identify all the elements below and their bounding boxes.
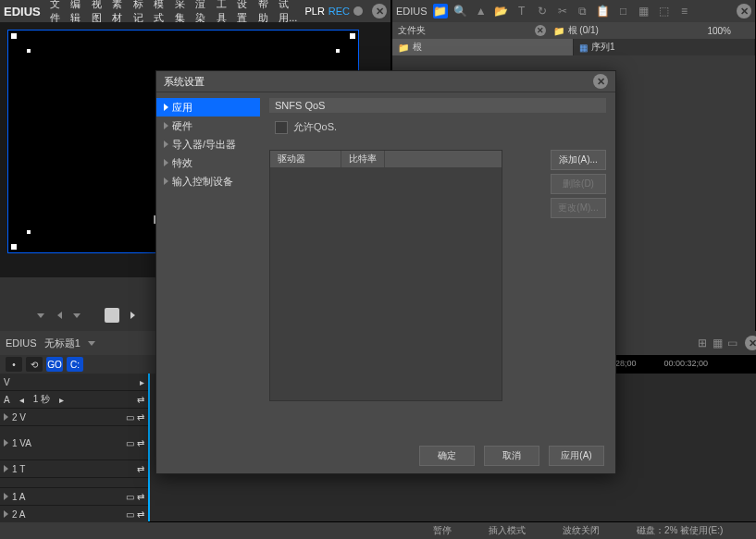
close-icon[interactable]: ✕ (745, 336, 756, 350)
change-button[interactable]: 更改(M)... (551, 198, 606, 218)
dialog-title: 系统设置 (164, 75, 204, 89)
apply-button[interactable]: 应用(A) (549, 446, 604, 466)
sidebar-item-app[interactable]: 应用 (156, 98, 260, 116)
dialog-titlebar[interactable]: 系统设置 ✕ (156, 71, 615, 92)
folder-label: 文件夹 (398, 24, 426, 37)
track-2v[interactable]: 2 V▭ ⇄ (0, 409, 148, 426)
col-drive[interactable]: 驱动器 (270, 151, 341, 167)
mode-icon[interactable]: ⟲ (26, 357, 43, 372)
sequence-title: 无标题1 (44, 337, 81, 350)
menu-file[interactable]: 文件 (50, 0, 68, 25)
dropdown-icon[interactable] (37, 313, 44, 318)
rec-label: REC (328, 6, 350, 17)
qos-list[interactable]: 驱动器 比特率 (269, 150, 502, 401)
paste-icon[interactable]: 📋 (596, 4, 611, 18)
menu-edit[interactable]: 编辑 (70, 0, 88, 25)
folder-header-row: 文件夹 ✕ 📁 根 (0/1) 100% (392, 22, 755, 39)
status-insert-mode: 插入模式 (489, 524, 526, 537)
track-1a[interactable]: 1 A▭ ⇄ (0, 488, 148, 506)
play-icon[interactable] (130, 312, 135, 319)
dropdown-icon[interactable] (73, 313, 81, 318)
track-1va[interactable]: 1 VA▭ ⇄ (0, 426, 148, 460)
bin-toolbar: EDIUS 📁 🔍 ▲ 📂 T ↻ ✂ ⧉ 📋 □ ▦ ⬚ ≡ ✕ (392, 0, 755, 22)
menu-tools[interactable]: 工具 (217, 0, 234, 25)
app-brand: EDIUS (396, 6, 428, 17)
ok-button[interactable]: 确定 (419, 446, 475, 466)
app-brand: EDIUS (4, 5, 41, 18)
status-disk: 磁盘：2% 被使用(E:) (637, 524, 723, 537)
tree-root[interactable]: 📁根 (392, 39, 574, 55)
rec-indicator-icon (353, 6, 363, 16)
tool-icon[interactable]: □ (616, 4, 631, 18)
menu-mode[interactable]: 模式 (154, 0, 171, 25)
cut-icon[interactable]: ✂ (555, 4, 570, 18)
menu-settings[interactable]: 设置 (237, 0, 254, 25)
zoom-value: 100% (707, 26, 731, 36)
close-icon[interactable]: ✕ (535, 25, 546, 36)
cancel-button[interactable]: 取消 (484, 446, 539, 466)
safe-marker-icon (336, 49, 340, 53)
dialog-main: SNFS QoS 允许QoS. 驱动器 比特率 添加(A)... 删除(D) 更… (260, 92, 615, 442)
ruler-tick: 00:00:32;00 (664, 359, 709, 374)
mode-c-icon[interactable]: C: (67, 357, 83, 372)
checkbox-icon[interactable] (275, 121, 288, 134)
sidebar-item-effects[interactable]: 特效 (156, 153, 260, 172)
search-icon[interactable]: 🔍 (453, 4, 468, 18)
list-header: 驱动器 比特率 (270, 151, 502, 167)
track-1t[interactable]: 1 T⇄ (0, 460, 148, 478)
tool-icon[interactable]: ⬚ (657, 4, 672, 18)
menu-trial[interactable]: 试用... (279, 0, 303, 25)
list-icon[interactable]: ≡ (677, 4, 692, 18)
copy-icon[interactable]: ⧉ (576, 4, 590, 18)
sidebar-item-hardware[interactable]: 硬件 (156, 116, 260, 135)
mode-go-icon[interactable]: GO (46, 357, 63, 372)
col-bitrate[interactable]: 比特率 (341, 151, 385, 167)
track-v[interactable]: V▸ (0, 374, 148, 391)
allow-qos-label: 允许QoS. (293, 120, 337, 134)
menu-marker[interactable]: 标记 (133, 0, 151, 25)
track-a[interactable]: A◂1 秒▸⇄ (0, 391, 148, 409)
status-ripple: 波纹关闭 (563, 524, 600, 537)
tree-sequence[interactable]: ▦序列1 (574, 39, 755, 55)
group-label: SNFS QoS (269, 98, 606, 113)
mode-icon[interactable]: • (6, 357, 22, 372)
up-icon[interactable]: ▲ (474, 4, 489, 18)
menu-view[interactable]: 视图 (92, 0, 109, 25)
stop-button[interactable] (105, 308, 119, 323)
tool-icon[interactable]: ↻ (535, 4, 550, 18)
safe-marker-icon (11, 244, 17, 250)
close-icon[interactable]: ✕ (593, 74, 608, 89)
open-icon[interactable]: 📂 (494, 4, 509, 18)
prev-icon[interactable] (57, 312, 62, 319)
bin-tree-row: 📁根 ▦序列1 (392, 39, 755, 55)
menu-render[interactable]: 渲染 (195, 0, 213, 25)
menu-capture[interactable]: 采集 (175, 0, 192, 25)
safe-marker-icon (27, 230, 31, 234)
status-bar: 暂停 插入模式 波纹关闭 磁盘：2% 被使用(E:) (0, 522, 756, 539)
close-icon[interactable]: ✕ (737, 4, 751, 18)
close-icon[interactable]: ✕ (372, 4, 387, 18)
plr-label: PLR (304, 6, 324, 17)
track-headers: V▸ A◂1 秒▸⇄ 2 V▭ ⇄ 1 VA▭ ⇄ 1 T⇄ 1 A▭ ⇄ 2 … (0, 374, 148, 523)
safe-marker-icon (27, 49, 31, 53)
status-pause: 暂停 (433, 524, 452, 537)
timeline-ruler[interactable]: 00:00:28;00 00:00:32;00 (592, 359, 754, 374)
add-button[interactable]: 添加(A)... (551, 150, 606, 170)
safe-marker-icon (11, 33, 17, 39)
sidebar-item-input[interactable]: 输入控制设备 (156, 172, 260, 190)
sidebar-item-importer[interactable]: 导入器/导出器 (156, 135, 260, 153)
tool-icon[interactable]: ▦ (637, 4, 651, 18)
folder-icon[interactable]: 📁 (433, 4, 448, 18)
system-settings-dialog: 系统设置 ✕ 应用 硬件 导入器/导出器 特效 输入控制设备 SNFS QoS … (155, 70, 616, 474)
allow-qos-checkbox[interactable]: 允许QoS. (269, 113, 606, 141)
delete-button[interactable]: 删除(D) (551, 174, 606, 194)
tool-icon[interactable]: ▭ (725, 336, 739, 350)
menu-clip[interactable]: 素材 (112, 0, 130, 25)
menu-help[interactable]: 帮助 (258, 0, 276, 25)
track-2a[interactable]: 2 A▭ ⇄ (0, 506, 148, 523)
dropdown-icon[interactable] (88, 341, 95, 346)
tool-icon[interactable]: ⊞ (695, 336, 710, 350)
tool-icon[interactable]: ▦ (710, 336, 725, 350)
tool-icon[interactable]: T (514, 4, 529, 18)
track-gap (0, 478, 148, 488)
